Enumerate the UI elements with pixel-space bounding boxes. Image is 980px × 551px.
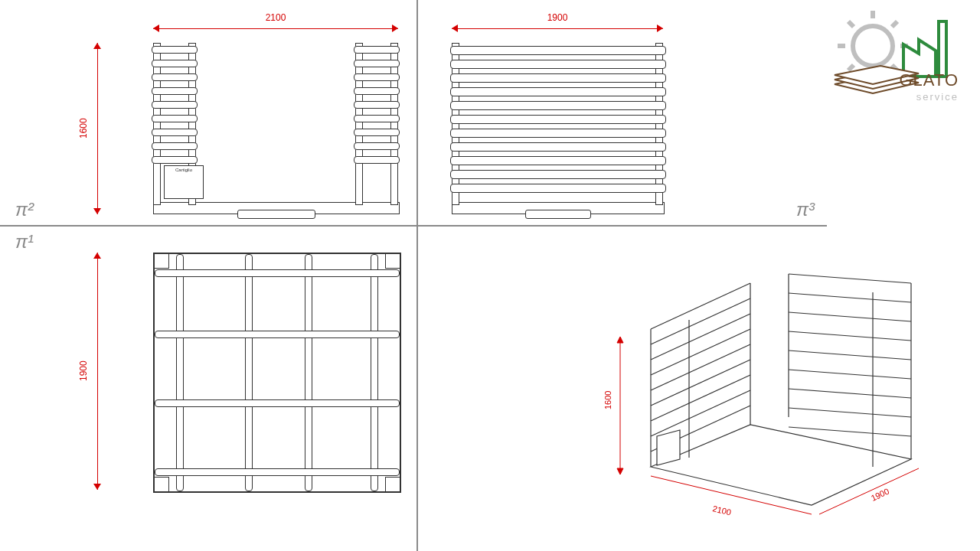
svg-marker-25: [657, 430, 680, 465]
svg-line-13: [651, 375, 750, 421]
divider-horizontal: [0, 225, 827, 227]
dimension-front-width: 2100: [153, 23, 398, 34]
dimension-value: 1600: [78, 43, 89, 214]
drawing-canvas: π² π¹ π³ Cartiglio: [0, 0, 980, 551]
svg-line-10: [651, 329, 750, 375]
logo-subtext: service: [916, 91, 959, 103]
svg-line-8: [651, 298, 750, 344]
brand-logo: GLATO service: [827, 8, 965, 107]
label-pi3: π³: [796, 199, 815, 220]
svg-line-16: [789, 274, 911, 283]
divider-vertical: [416, 0, 418, 551]
svg-line-14: [651, 390, 750, 436]
svg-line-7: [651, 283, 750, 329]
svg-line-21: [789, 370, 911, 379]
view-side: [452, 43, 663, 214]
svg-line-22: [789, 389, 911, 398]
view-top: [153, 253, 401, 493]
svg-rect-32: [939, 21, 946, 77]
view-isometric: 1600 2100 1900: [597, 237, 926, 520]
info-plate: Cartiglio: [164, 165, 204, 199]
dimension-value: 1900: [452, 12, 663, 23]
dimension-value: 1600: [603, 391, 612, 409]
svg-line-18: [789, 312, 911, 321]
svg-line-11: [651, 344, 750, 390]
dimension-front-height: 1600: [92, 43, 103, 214]
svg-marker-27: [617, 337, 623, 343]
dimension-value: 1900: [870, 487, 890, 503]
svg-line-19: [789, 331, 911, 341]
svg-line-12: [651, 360, 750, 406]
dimension-top-depth: 1900: [92, 253, 103, 490]
label-pi1: π¹: [15, 231, 34, 253]
label-pi2: π²: [15, 199, 34, 220]
svg-line-23: [789, 408, 911, 417]
dimension-value: 1900: [78, 253, 89, 490]
svg-point-31: [853, 26, 893, 66]
svg-line-9: [651, 314, 750, 360]
svg-marker-28: [617, 468, 623, 474]
view-front: Cartiglio: [153, 43, 398, 214]
svg-line-24: [789, 427, 911, 436]
dimension-side-width: 1900: [452, 23, 663, 34]
dimension-value: 2100: [712, 504, 733, 517]
svg-line-17: [789, 293, 911, 302]
svg-line-20: [789, 350, 911, 360]
dimension-value: 2100: [153, 12, 398, 23]
logo-text: GLATO: [899, 70, 959, 90]
